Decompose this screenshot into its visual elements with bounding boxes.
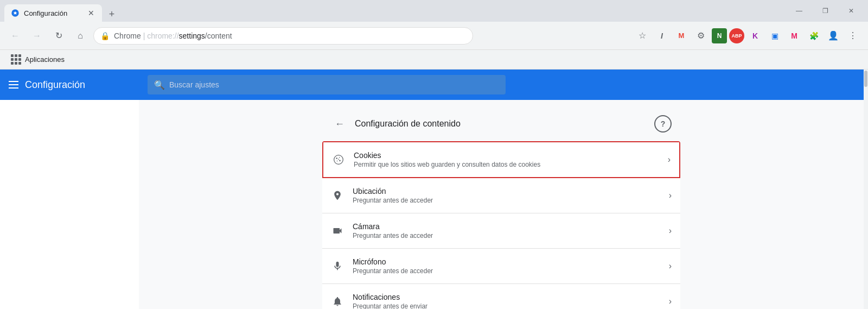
gear-ext-icon[interactable]: ⚙ — [692, 27, 710, 45]
settings-item-camara[interactable]: Cámara Preguntar antes de acceder › — [322, 213, 680, 249]
cookies-subtitle: Permitir que los sitios web guarden y co… — [354, 161, 659, 168]
main-content: 🔍 Buscar ajustes ← Configuración de cont… — [139, 70, 864, 309]
svg-point-3 — [336, 157, 337, 159]
active-tab[interactable]: Configuración ✕ — [4, 4, 102, 22]
page-header: ← Configuración de contenido ? — [322, 109, 680, 141]
forward-nav-button[interactable]: → — [28, 27, 46, 45]
profile-icon[interactable]: 👤 — [825, 27, 842, 45]
search-placeholder: Buscar ajustes — [169, 80, 219, 89]
m-icon[interactable]: M — [786, 27, 803, 45]
settings-item-cookies[interactable]: Cookies Permitir que los sitios web guar… — [322, 141, 680, 178]
ubicacion-subtitle: Preguntar antes de acceder — [353, 197, 660, 204]
gmail-icon[interactable]: M — [673, 27, 690, 45]
scrollbar[interactable] — [864, 70, 868, 309]
microfono-text: Micrófono Preguntar antes de acceder — [353, 257, 660, 275]
page-title: Configuración de contenido — [355, 119, 461, 129]
ubicacion-title: Ubicación — [353, 187, 660, 196]
sidebar-header: Configuración — [0, 70, 139, 100]
camara-arrow-icon: › — [669, 226, 672, 236]
notificaciones-icon — [331, 295, 344, 308]
home-button[interactable]: ⌂ — [72, 27, 89, 45]
back-button[interactable]: ← — [331, 115, 348, 133]
secure-icon: 🔒 — [100, 31, 110, 40]
toolbar-icons: ☆ I M ⚙ N ABP K ▣ M 🧩 👤 ⋮ — [634, 27, 861, 45]
camara-title: Cámara — [353, 222, 660, 231]
tab-favicon — [11, 9, 20, 17]
page-header-left: ← Configuración de contenido — [331, 115, 461, 133]
microfono-arrow-icon: › — [669, 261, 672, 271]
search-icon: 🔍 — [154, 80, 165, 90]
notificaciones-text: Notificaciones Preguntar antes de enviar — [353, 293, 660, 309]
microfono-subtitle: Preguntar antes de acceder — [353, 267, 660, 275]
settings-item-ubicacion[interactable]: Ubicación Preguntar antes de acceder › — [322, 178, 680, 213]
minimize-button[interactable]: — — [787, 2, 812, 20]
url-text: Chrome | chrome://settings/content — [114, 31, 466, 40]
k-icon[interactable]: K — [746, 27, 764, 45]
sidebar-title: Configuración — [25, 79, 85, 91]
microfono-icon — [331, 260, 344, 273]
cookies-arrow-icon: › — [668, 155, 671, 165]
help-button[interactable]: ? — [654, 115, 672, 133]
apps-label: Aplicaciones — [25, 55, 65, 64]
cookies-icon — [332, 153, 345, 166]
url-separator: | chrome:// — [143, 31, 179, 40]
ubicacion-icon — [331, 189, 344, 202]
browser-frame: Configuración ✕ + — ❐ ✕ ← → ↻ ⌂ 🔒 Chrome… — [0, 0, 868, 309]
svg-point-1 — [14, 12, 16, 14]
tab-close-button[interactable]: ✕ — [87, 9, 95, 17]
i-icon[interactable]: I — [653, 27, 671, 45]
url-content: /content — [205, 31, 232, 40]
content-inner: ← Configuración de contenido ? Cookies P… — [322, 100, 680, 309]
svg-point-4 — [339, 157, 340, 158]
tab-bar: Configuración ✕ + — ❐ ✕ — [0, 0, 868, 22]
notificaciones-subtitle: Preguntar antes de enviar — [353, 302, 660, 309]
url-bar[interactable]: 🔒 Chrome | chrome://settings/content — [93, 27, 473, 45]
new-tab-button[interactable]: + — [104, 7, 119, 22]
url-chrome-label: Chrome — [114, 31, 141, 40]
content-area: Configuración 🔍 Buscar ajustes ← — [0, 70, 868, 309]
settings-header: 🔍 Buscar ajustes — [139, 70, 864, 100]
ext-blue-icon[interactable]: ▣ — [766, 27, 783, 45]
cookies-text: Cookies Permitir que los sitios web guar… — [354, 151, 659, 168]
bookmarks-bar: Aplicaciones — [0, 50, 868, 70]
puzzle-icon[interactable]: 🧩 — [805, 27, 822, 45]
back-nav-button[interactable]: ← — [7, 27, 24, 45]
svg-point-6 — [337, 161, 338, 162]
notificaciones-title: Notificaciones — [353, 293, 660, 301]
cookies-title: Cookies — [354, 151, 659, 160]
reload-button[interactable]: ↻ — [50, 27, 67, 45]
sidebar: Configuración — [0, 70, 139, 309]
camara-icon — [331, 224, 344, 237]
settings-item-notificaciones[interactable]: Notificaciones Preguntar antes de enviar… — [322, 284, 680, 309]
camara-text: Cámara Preguntar antes de acceder — [353, 222, 660, 239]
apps-grid-icon — [11, 54, 22, 65]
ubicacion-text: Ubicación Preguntar antes de acceder — [353, 187, 660, 204]
close-button[interactable]: ✕ — [839, 2, 864, 20]
bookmark-star-icon[interactable]: ☆ — [634, 27, 651, 45]
abp-icon[interactable]: ABP — [729, 28, 744, 43]
hamburger-menu-button[interactable] — [9, 81, 18, 89]
maximize-button[interactable]: ❐ — [813, 2, 838, 20]
settings-list: Cookies Permitir que los sitios web guar… — [322, 141, 680, 309]
window-controls: — ❐ ✕ — [787, 2, 864, 22]
apps-bookmark[interactable]: Aplicaciones — [7, 52, 69, 67]
scrollbar-thumb[interactable] — [864, 71, 867, 87]
more-menu-button[interactable]: ⋮ — [844, 27, 861, 45]
address-bar: ← → ↻ ⌂ 🔒 Chrome | chrome://settings/con… — [0, 22, 868, 50]
search-bar[interactable]: 🔍 Buscar ajustes — [148, 75, 506, 94]
notificaciones-arrow-icon: › — [669, 297, 672, 306]
tab-title: Configuración — [24, 9, 82, 17]
n-ext-icon[interactable]: N — [712, 28, 727, 43]
camara-subtitle: Preguntar antes de acceder — [353, 232, 660, 239]
svg-point-7 — [338, 159, 339, 160]
content-body: ← Configuración de contenido ? Cookies P… — [139, 100, 864, 309]
ubicacion-arrow-icon: › — [669, 191, 672, 200]
url-settings: settings — [179, 31, 205, 40]
microfono-title: Micrófono — [353, 257, 660, 266]
settings-item-microfono[interactable]: Micrófono Preguntar antes de acceder › — [322, 249, 680, 284]
svg-point-5 — [339, 160, 341, 161]
